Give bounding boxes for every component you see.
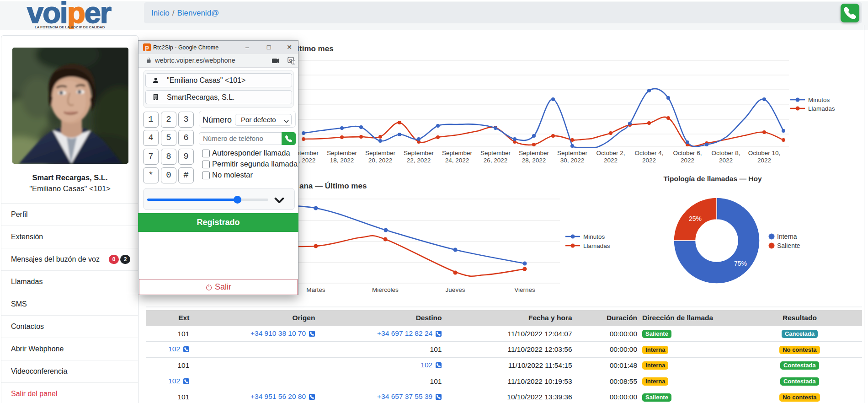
svg-text:Miércoles: Miércoles xyxy=(372,286,399,293)
svg-text:Jueves: Jueves xyxy=(446,286,465,293)
svg-text:September: September xyxy=(519,150,549,156)
svg-text:25%: 25% xyxy=(689,215,702,222)
svg-text:October 2,: October 2, xyxy=(596,150,625,156)
svg-text:October 6,: October 6, xyxy=(673,150,702,156)
svg-text:Tipología de llamadas — Hoy: Tipología de llamadas — Hoy xyxy=(663,175,761,183)
svg-text:18, 2022: 18, 2022 xyxy=(330,157,354,164)
svg-text:September: September xyxy=(404,150,434,156)
svg-text:October 8,: October 8, xyxy=(711,150,740,156)
svg-text:26, 2022: 26, 2022 xyxy=(484,157,508,164)
svg-text:September: September xyxy=(365,150,396,156)
svg-text:September: September xyxy=(480,150,511,156)
svg-text:Llamadas: Llamadas xyxy=(808,105,835,112)
svg-text:October 10,: October 10, xyxy=(748,150,781,156)
svg-text:September: September xyxy=(327,150,357,156)
svg-text:ana — Último mes: ana — Último mes xyxy=(299,182,367,190)
svg-text:2022: 2022 xyxy=(604,157,618,164)
svg-text:2022: 2022 xyxy=(681,157,694,164)
svg-text:October 4,: October 4, xyxy=(634,150,663,156)
svg-text:Llamadas: Llamadas xyxy=(583,242,610,249)
svg-text:Minutos: Minutos xyxy=(808,97,830,103)
svg-text:September: September xyxy=(557,150,588,156)
svg-text:2022: 2022 xyxy=(642,157,656,164)
svg-text:2022: 2022 xyxy=(757,157,771,164)
svg-text:文: 文 xyxy=(292,61,295,64)
svg-text:20, 2022: 20, 2022 xyxy=(368,157,393,164)
svg-text:Minutos: Minutos xyxy=(583,233,605,240)
svg-text:September: September xyxy=(442,150,473,156)
svg-text:75%: 75% xyxy=(734,260,747,267)
svg-text:28, 2022: 28, 2022 xyxy=(522,157,546,164)
svg-text:Saliente: Saliente xyxy=(777,242,800,249)
svg-text:2022: 2022 xyxy=(719,157,733,164)
svg-text:24, 2022: 24, 2022 xyxy=(445,157,469,164)
svg-text:Martes: Martes xyxy=(306,286,325,293)
svg-text:Interna: Interna xyxy=(777,233,797,240)
svg-text:Viernes: Viernes xyxy=(514,286,535,293)
svg-text:30, 2022: 30, 2022 xyxy=(560,157,585,164)
svg-text:22, 2022: 22, 2022 xyxy=(407,157,431,164)
